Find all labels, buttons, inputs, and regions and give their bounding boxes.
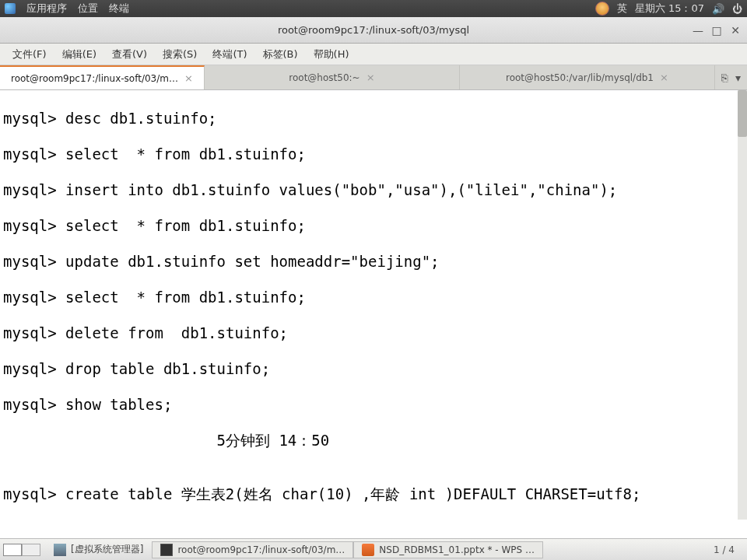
menu-terminal[interactable]: 终端(T) xyxy=(205,44,254,65)
power-icon[interactable]: ⏻ xyxy=(732,3,742,15)
volume-icon[interactable]: 🔊 xyxy=(712,3,724,15)
chevron-down-icon[interactable]: ▾ xyxy=(735,72,741,84)
close-button[interactable]: ✕ xyxy=(730,25,741,36)
task-label: root@room9pc17:/linux-soft/03/m… xyxy=(177,544,345,555)
terminal-line: mysql> select * from db1.stuinfo; xyxy=(3,217,747,235)
terminal-viewport[interactable]: mysql> desc db1.stuinfo; mysql> select *… xyxy=(0,90,747,520)
terminal-line: mysql> desc db1.stuinfo; xyxy=(3,110,747,128)
menu-search[interactable]: 搜索(S) xyxy=(155,44,205,65)
window-title: root@room9pc17:/linux-soft/03/mysql xyxy=(278,24,469,36)
menu-edit[interactable]: 编辑(E) xyxy=(54,44,104,65)
terminal-line: mysql> delete from db1.stuinfo; xyxy=(3,324,747,342)
vm-icon xyxy=(54,544,66,556)
task-wps[interactable]: NSD_RDBMS1_01.pptx * - WPS … xyxy=(353,541,543,558)
workspace-indicator[interactable]: 1 / 4 xyxy=(704,544,744,555)
wps-icon xyxy=(362,544,374,556)
app-menubar: 文件(F) 编辑(E) 查看(V) 搜索(S) 终端(T) 标签(B) 帮助(H… xyxy=(0,44,747,65)
tab-label: root@room9pc17:/linux-soft/03/m… xyxy=(11,73,178,84)
profile-icon[interactable]: ⎘ xyxy=(721,72,728,84)
system-menu-bar: 应用程序 位置 终端 英 星期六 15：07 🔊 ⏻ xyxy=(0,0,747,17)
terminal-line: mysql> drop table db1.stuinfo; xyxy=(3,360,747,378)
menu-tabs[interactable]: 标签(B) xyxy=(255,44,306,65)
terminal-line: mysql> select * from db1.stuinfo; xyxy=(3,289,747,306)
task-terminal[interactable]: root@room9pc17:/linux-soft/03/m… xyxy=(152,541,353,558)
terminal-line: mysql> insert into db1.stuinfo values("b… xyxy=(3,181,747,199)
menu-help[interactable]: 帮助(H) xyxy=(306,44,357,65)
scrollbar[interactable] xyxy=(738,90,747,520)
terminal-line: mysql> select * from db1.stuinfo; xyxy=(3,145,747,163)
tab-label: root@host50:~ xyxy=(289,72,359,83)
menu-view[interactable]: 查看(V) xyxy=(104,44,155,65)
sys-menu-applications[interactable]: 应用程序 xyxy=(26,2,67,16)
terminal-line: mysql> update db1.stuinfo set homeaddr="… xyxy=(3,253,747,271)
tab-bar: root@room9pc17:/linux-soft/03/m… × root@… xyxy=(0,65,747,90)
workspace-2[interactable] xyxy=(22,544,40,556)
sys-menu-terminal[interactable]: 终端 xyxy=(109,2,129,16)
bottom-taskbar: [虚拟系统管理器] root@room9pc17:/linux-soft/03/… xyxy=(0,538,747,560)
activities-icon[interactable] xyxy=(5,3,16,14)
close-icon[interactable]: × xyxy=(184,72,193,84)
tab-2[interactable]: root@host50:~ × xyxy=(205,65,460,89)
scrollbar-thumb[interactable] xyxy=(738,90,747,137)
close-icon[interactable]: × xyxy=(366,72,375,83)
menu-file[interactable]: 文件(F) xyxy=(5,44,54,65)
task-label: [虚拟系统管理器] xyxy=(71,543,143,556)
task-vm-manager[interactable]: [虚拟系统管理器] xyxy=(45,541,152,558)
ime-icon[interactable] xyxy=(595,2,609,16)
sys-menu-places[interactable]: 位置 xyxy=(78,2,98,16)
terminal-line: mysql> create table 学生表2(姓名 char(10) ,年龄… xyxy=(3,485,747,503)
maximize-button[interactable]: □ xyxy=(711,25,722,36)
terminal-line: 5分钟到 14：50 xyxy=(3,432,747,450)
minimize-button[interactable]: — xyxy=(693,25,703,36)
terminal-line: mysql> show tables; xyxy=(3,396,747,414)
tab-label: root@host50:/var/lib/mysql/db1 xyxy=(506,72,654,83)
tab-1[interactable]: root@room9pc17:/linux-soft/03/m… × xyxy=(0,65,205,89)
clock[interactable]: 星期六 15：07 xyxy=(635,2,704,16)
tab-3[interactable]: root@host50:/var/lib/mysql/db1 × xyxy=(460,65,715,89)
task-label: NSD_RDBMS1_01.pptx * - WPS … xyxy=(379,544,535,555)
workspace-switcher[interactable] xyxy=(3,544,40,556)
close-icon[interactable]: × xyxy=(660,72,668,83)
ime-lang[interactable]: 英 xyxy=(617,2,627,16)
terminal-icon xyxy=(160,544,173,556)
window-titlebar[interactable]: root@room9pc17:/linux-soft/03/mysql — □ … xyxy=(0,17,747,44)
workspace-1[interactable] xyxy=(3,544,22,556)
